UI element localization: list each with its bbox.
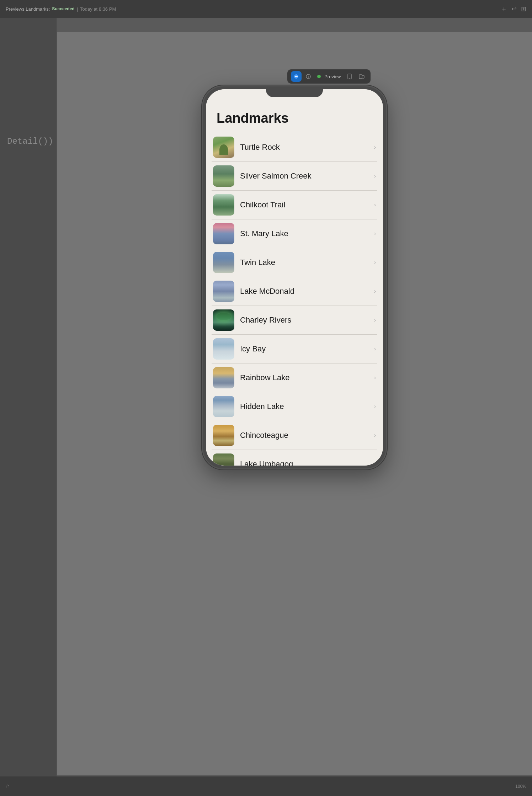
item-thumbnail bbox=[213, 425, 234, 446]
preview-status: Preview bbox=[315, 74, 343, 79]
left-panel bbox=[0, 18, 57, 776]
timestamp: | bbox=[77, 6, 78, 12]
multi-device-btn[interactable] bbox=[356, 71, 367, 82]
item-name: Twin Lake bbox=[240, 258, 371, 267]
item-name: Lake Umbagog bbox=[240, 460, 371, 466]
item-name: Silver Salmon Creek bbox=[240, 171, 371, 181]
svg-rect-7 bbox=[362, 75, 364, 78]
preview-dot bbox=[317, 75, 321, 78]
item-thumbnail bbox=[213, 194, 234, 216]
item-name: Lake McDonald bbox=[240, 287, 371, 296]
item-thumbnail bbox=[213, 165, 234, 187]
list-item[interactable]: Rainbow Lake › bbox=[212, 363, 377, 392]
item-name: Chincoteague bbox=[240, 431, 371, 440]
undo-icon[interactable]: ↩ bbox=[511, 5, 517, 13]
notch bbox=[266, 86, 323, 97]
chevron-icon: › bbox=[374, 202, 376, 208]
list-item[interactable]: Lake McDonald › bbox=[212, 277, 377, 306]
top-bar: Previews Landmarks: Succeeded | Today at… bbox=[0, 0, 532, 18]
canvas-area: i Preview Landmarks bbox=[57, 32, 532, 775]
item-thumbnail bbox=[213, 309, 234, 331]
bottom-nav-icon[interactable]: ⌂ bbox=[6, 782, 10, 790]
list-item[interactable]: Chilkoot Trail › bbox=[212, 191, 377, 219]
item-thumbnail bbox=[213, 137, 234, 158]
swift-ui-btn[interactable] bbox=[291, 71, 302, 82]
item-name: Rainbow Lake bbox=[240, 373, 371, 382]
chevron-icon: › bbox=[374, 346, 376, 352]
add-icon[interactable]: ＋ bbox=[501, 5, 507, 13]
code-snippet: Detail()) { bbox=[7, 135, 63, 148]
chevron-icon: › bbox=[374, 432, 376, 439]
timestamp-value: Today at 8:36 PM bbox=[80, 6, 116, 12]
list-item[interactable]: Lake Umbagog › bbox=[212, 450, 377, 466]
svg-text:i: i bbox=[308, 75, 309, 79]
status-area: Previews Landmarks: Succeeded | Today at… bbox=[6, 6, 501, 12]
iphone-frame: Landmarks Turtle Rock › Silver Salmon Cr… bbox=[202, 85, 387, 469]
list-item[interactable]: Icy Bay › bbox=[212, 335, 377, 363]
app-content: Landmarks Turtle Rock › Silver Salmon Cr… bbox=[206, 89, 383, 466]
preview-toolbar: i Preview bbox=[287, 69, 371, 84]
landmarks-list: Turtle Rock › Silver Salmon Creek › Chil… bbox=[206, 133, 383, 466]
item-name: St. Mary Lake bbox=[240, 229, 371, 238]
phone-screen: Landmarks Turtle Rock › Silver Salmon Cr… bbox=[206, 89, 383, 466]
preview-label: Preview bbox=[324, 74, 341, 79]
item-thumbnail bbox=[213, 338, 234, 360]
xcode-bottom-bar: ⌂ 100% bbox=[0, 776, 532, 796]
list-item[interactable]: Turtle Rock › bbox=[212, 133, 377, 162]
status-text: Previews Landmarks: bbox=[6, 6, 50, 12]
list-item[interactable]: Hidden Lake › bbox=[212, 392, 377, 421]
chevron-icon: › bbox=[374, 230, 376, 237]
list-item[interactable]: Chincoteague › bbox=[212, 421, 377, 450]
item-name: Hidden Lake bbox=[240, 402, 371, 411]
info-btn[interactable]: i bbox=[303, 71, 314, 82]
item-thumbnail bbox=[213, 396, 234, 417]
list-item[interactable]: Charley Rivers › bbox=[212, 306, 377, 335]
chevron-icon: › bbox=[374, 144, 376, 150]
item-thumbnail bbox=[213, 223, 234, 244]
zoom-level: 100% bbox=[515, 784, 526, 789]
list-item[interactable]: St. Mary Lake › bbox=[212, 219, 377, 248]
item-name: Chilkoot Trail bbox=[240, 200, 371, 209]
svg-rect-1 bbox=[295, 76, 298, 77]
top-bar-actions: ＋ ↩ ⊞ bbox=[501, 5, 526, 13]
chevron-icon: › bbox=[374, 259, 376, 266]
item-thumbnail bbox=[213, 453, 234, 466]
chevron-icon: › bbox=[374, 317, 376, 323]
succeeded-badge: Succeeded bbox=[52, 6, 74, 11]
item-name: Icy Bay bbox=[240, 344, 371, 354]
item-name: Turtle Rock bbox=[240, 143, 371, 152]
chevron-icon: › bbox=[374, 403, 376, 410]
item-thumbnail bbox=[213, 281, 234, 302]
chevron-icon: › bbox=[374, 375, 376, 381]
item-name: Charley Rivers bbox=[240, 315, 371, 325]
chevron-icon: › bbox=[374, 173, 376, 179]
item-thumbnail bbox=[213, 367, 234, 388]
list-item[interactable]: Silver Salmon Creek › bbox=[212, 162, 377, 191]
chevron-icon: › bbox=[374, 461, 376, 466]
list-item[interactable]: Twin Lake › bbox=[212, 248, 377, 277]
grid-icon[interactable]: ⊞ bbox=[521, 5, 526, 13]
device-btn[interactable] bbox=[344, 71, 355, 82]
item-thumbnail bbox=[213, 252, 234, 273]
svg-point-5 bbox=[349, 78, 350, 79]
chevron-icon: › bbox=[374, 288, 376, 294]
svg-rect-6 bbox=[359, 75, 362, 79]
